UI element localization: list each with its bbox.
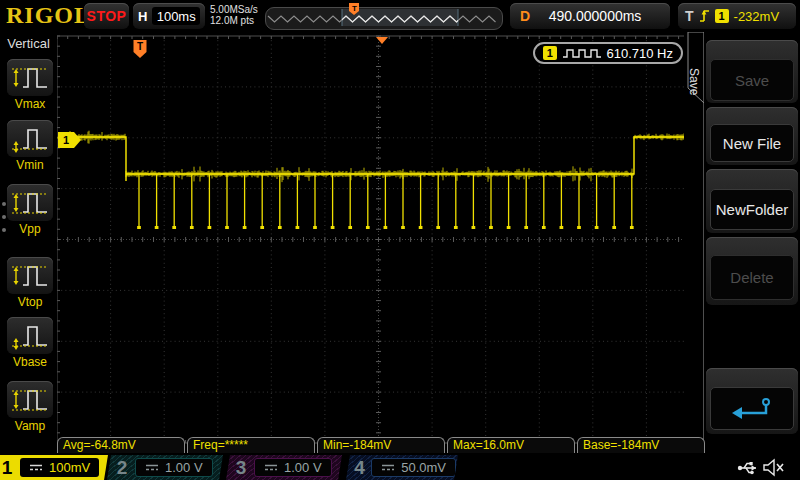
menu-item-vpp[interactable]: Vpp	[7, 184, 53, 236]
channel-2-scale: 1.00 V	[165, 460, 203, 475]
svg-text:T: T	[137, 41, 143, 52]
vmax-icon	[10, 61, 50, 94]
page-indicator-dot	[2, 202, 6, 206]
channel-4-status[interactable]: 4 50.0mV	[346, 455, 458, 480]
measurement-base[interactable]: Base=-184mV	[577, 437, 705, 453]
trigger-delay-readout[interactable]: D 490.000000ms	[510, 3, 670, 29]
save-tab: Save	[687, 52, 701, 112]
channel-2-number: 2	[109, 457, 135, 479]
thumbnail-wave	[266, 8, 500, 27]
channel-1-number: 1	[0, 457, 20, 479]
trigger-label: T	[685, 8, 694, 24]
stop-label: STOP	[87, 8, 127, 24]
memory-waveform-thumbnail[interactable]	[265, 7, 503, 30]
page-indicator-dot	[2, 228, 6, 232]
vtop-icon	[10, 259, 50, 292]
trigger-level-value: -232mV	[734, 9, 780, 24]
horizontal-timebase[interactable]: H 100ms	[133, 3, 205, 29]
delay-value: 490.000000ms	[530, 8, 660, 24]
new-file-button[interactable]: New File	[710, 124, 794, 162]
channel-4-scale: 50.0mV	[401, 460, 446, 475]
vpp-icon	[10, 186, 50, 219]
vbase-label: Vbase	[7, 355, 53, 369]
channel-4-number: 4	[348, 457, 371, 479]
vbase-icon	[10, 319, 50, 352]
vmax-label: Vmax	[7, 97, 53, 111]
menu-title: Vertical	[0, 36, 57, 51]
dc-coupling-icon	[381, 463, 395, 472]
delay-label: D	[520, 8, 530, 24]
square-wave-icon	[563, 47, 601, 59]
channel-3-number: 3	[228, 457, 254, 479]
return-button[interactable]	[710, 387, 794, 430]
return-arrow-icon	[730, 397, 774, 421]
trigger-readout[interactable]: T 1 -232mV	[678, 3, 796, 29]
timebase-value: 100ms	[152, 7, 200, 25]
counter-value: 610.710 Hz	[607, 46, 674, 61]
vertical-measure-menu: Vertical Vmax Vmin Vpp Vtop Vbase Vamp	[0, 32, 57, 455]
oscilloscope-screen: 1TT RIGOL STOP H 100ms 5.00MSa/s 12.0M p…	[0, 0, 800, 480]
measurement-max[interactable]: Max=16.0mV	[447, 437, 575, 453]
save-softkey-menu: Save Save New File NewFolder Delete	[684, 32, 800, 455]
dc-coupling-icon	[29, 463, 43, 472]
menu-item-vmin[interactable]: Vmin	[7, 120, 53, 172]
channel-1-status[interactable]: 1 100mV	[0, 455, 108, 480]
save-button[interactable]: Save	[710, 59, 794, 101]
run-stop-status[interactable]: STOP	[84, 3, 129, 29]
sample-rate: 5.00MSa/s	[210, 4, 258, 15]
measurement-avg[interactable]: Avg=-64.8mV	[57, 437, 185, 453]
measurement-min[interactable]: Min=-184mV	[317, 437, 445, 453]
rigol-logo: RIGOL	[6, 2, 91, 29]
measurement-freq[interactable]: Freq=*****	[187, 437, 315, 453]
new-folder-button[interactable]: NewFolder	[710, 189, 794, 230]
acquisition-info: 5.00MSa/s 12.0M pts	[210, 4, 258, 26]
vmin-label: Vmin	[7, 158, 53, 172]
vamp-label: Vamp	[7, 419, 53, 433]
frequency-counter: 1 610.710 Hz	[533, 42, 683, 64]
dc-coupling-icon	[145, 463, 159, 472]
channel-status-bar: 1 100mV 2 1.00 V	[0, 455, 800, 480]
dc-coupling-icon	[264, 463, 278, 472]
channel-3-status[interactable]: 3 1.00 V	[226, 455, 342, 480]
counter-channel-badge: 1	[543, 46, 557, 60]
menu-item-vmax[interactable]: Vmax	[7, 59, 53, 111]
trigger-position-flag-icon[interactable]: T	[349, 3, 360, 16]
menu-item-vamp[interactable]: Vamp	[7, 381, 53, 433]
channel-3-scale: 1.00 V	[284, 460, 322, 475]
h-label: H	[138, 9, 147, 24]
menu-item-vbase[interactable]: Vbase	[7, 317, 53, 369]
memory-depth: 12.0M pts	[210, 15, 258, 26]
delete-button[interactable]: Delete	[710, 255, 794, 300]
waveform-display: 1TT	[0, 0, 800, 480]
vamp-icon	[10, 383, 50, 416]
vtop-label: Vtop	[7, 295, 53, 309]
top-status-bar: RIGOL STOP H 100ms 5.00MSa/s 12.0M pts T…	[0, 0, 800, 32]
svg-text:T: T	[352, 4, 357, 13]
page-indicator-dot	[2, 215, 6, 219]
svg-text:1: 1	[63, 134, 69, 146]
channel-2-status[interactable]: 2 1.00 V	[107, 455, 223, 480]
trigger-source-badge: 1	[715, 9, 729, 23]
speaker-muted-icon[interactable]	[762, 458, 786, 477]
menu-item-vtop[interactable]: Vtop	[7, 257, 53, 309]
vpp-label: Vpp	[7, 222, 53, 236]
vmin-icon	[10, 122, 50, 155]
rising-edge-icon	[699, 8, 710, 24]
usb-icon[interactable]	[737, 459, 760, 476]
channel-1-scale: 100mV	[49, 460, 90, 475]
